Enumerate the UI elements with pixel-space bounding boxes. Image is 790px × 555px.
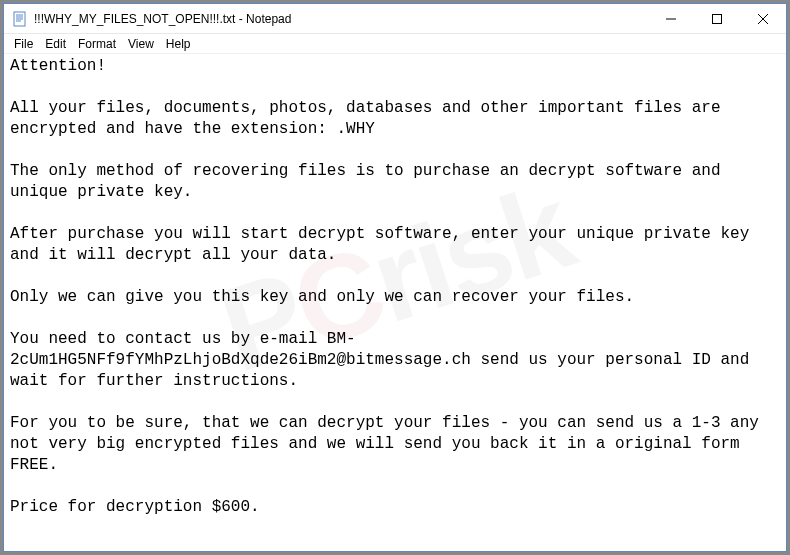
svg-rect-6 (713, 14, 722, 23)
maximize-button[interactable] (694, 4, 740, 34)
menu-file[interactable]: File (8, 37, 39, 51)
menubar: File Edit Format View Help (4, 34, 786, 54)
close-button[interactable] (740, 4, 786, 34)
text-area[interactable]: Attention! All your files, documents, ph… (4, 54, 786, 551)
window-title: !!!WHY_MY_FILES_NOT_OPEN!!!.txt - Notepa… (34, 12, 291, 26)
minimize-button[interactable] (648, 4, 694, 34)
notepad-app-icon (12, 11, 28, 27)
notepad-window: !!!WHY_MY_FILES_NOT_OPEN!!!.txt - Notepa… (3, 3, 787, 552)
menu-view[interactable]: View (122, 37, 160, 51)
menu-edit[interactable]: Edit (39, 37, 72, 51)
menu-format[interactable]: Format (72, 37, 122, 51)
titlebar[interactable]: !!!WHY_MY_FILES_NOT_OPEN!!!.txt - Notepa… (4, 4, 786, 34)
menu-help[interactable]: Help (160, 37, 197, 51)
